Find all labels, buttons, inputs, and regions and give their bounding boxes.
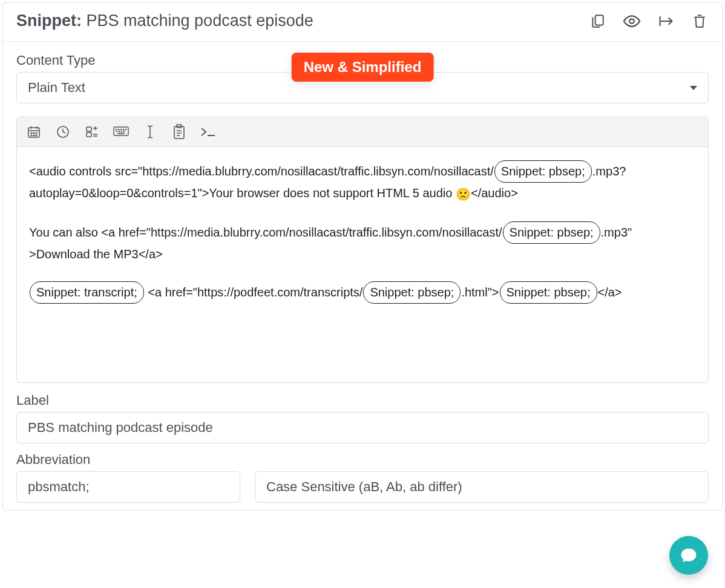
editor-line-3: Snippet: transcript; <a href="https://po… [29, 281, 696, 304]
snippet-pill-transcript[interactable]: Snippet: transcript; [30, 281, 144, 304]
snippet-pill-pbsep[interactable]: Snippet: pbsep; [503, 221, 600, 244]
label-field-label: Label [16, 393, 709, 408]
svg-point-5 [36, 132, 37, 134]
svg-point-15 [120, 129, 121, 129]
eye-icon[interactable] [623, 12, 641, 30]
editor-toolbar [16, 117, 709, 147]
svg-point-20 [121, 131, 122, 131]
svg-point-6 [31, 135, 32, 136]
title-prefix: Snippet: [16, 11, 82, 30]
svg-point-13 [116, 129, 116, 129]
case-sensitivity-value: Case Sensitive (aB, Ab, ab differ) [266, 479, 462, 495]
insert-cursor-icon[interactable] [142, 123, 159, 140]
insert-key-icon[interactable] [113, 123, 130, 140]
abbreviation-label: Abbreviation [16, 452, 240, 468]
abbreviation-input[interactable]: pbsmatch; [16, 471, 240, 503]
header-actions [589, 12, 709, 30]
duplicate-icon[interactable] [589, 12, 607, 30]
insert-time-icon[interactable] [54, 123, 71, 140]
svg-rect-0 [595, 15, 603, 25]
snippet-editor-panel: Snippet: PBS matching podcast episode [2, 2, 723, 511]
svg-point-14 [118, 129, 119, 129]
content-type-value: Plain Text [28, 80, 85, 96]
svg-point-19 [119, 131, 119, 131]
case-sensitivity-select[interactable]: Case Sensitive (aB, Ab, ab differ) [255, 471, 709, 503]
svg-point-18 [116, 131, 117, 131]
label-input-value: PBS matching podcast episode [28, 420, 213, 436]
abbreviation-value: pbsmatch; [28, 479, 90, 495]
svg-point-4 [33, 132, 34, 134]
svg-rect-23 [174, 126, 184, 139]
svg-rect-11 [87, 132, 91, 137]
insert-datemath-icon[interactable] [84, 123, 100, 140]
trash-icon[interactable] [691, 12, 709, 30]
editor-line-2: You can also <a href="https://media.blub… [29, 221, 696, 264]
move-icon[interactable] [657, 12, 675, 30]
svg-rect-22 [117, 133, 125, 134]
snippet-content-editor[interactable]: <audio controls src="https://media.blubr… [16, 147, 709, 383]
panel-header: Snippet: PBS matching podcast episode [3, 3, 722, 42]
panel-title: Snippet: PBS matching podcast episode [16, 11, 313, 30]
snippet-pill-pbsep[interactable]: Snippet: pbsep; [500, 281, 597, 304]
svg-point-17 [125, 129, 126, 129]
svg-point-1 [629, 19, 634, 24]
insert-clipboard-icon[interactable] [171, 123, 188, 140]
chevron-down-icon [690, 86, 697, 90]
svg-point-7 [33, 135, 34, 136]
svg-point-8 [36, 135, 37, 136]
svg-point-16 [123, 129, 123, 129]
svg-rect-10 [87, 127, 91, 131]
snippet-pill-pbsep[interactable]: Snippet: pbsep; [494, 160, 592, 183]
insert-script-icon[interactable] [200, 123, 217, 140]
title-name: PBS matching podcast episode [87, 11, 313, 30]
snippet-pill-pbsep[interactable]: Snippet: pbsep; [363, 281, 461, 304]
svg-point-21 [123, 131, 124, 131]
insert-date-icon[interactable] [25, 123, 42, 140]
new-simplified-badge: New & Simplified [292, 53, 434, 82]
editor-line-1: <audio controls src="https://media.blubr… [29, 160, 696, 204]
sad-face-emoji: 🙁 [456, 188, 471, 201]
panel-body: New & Simplified Content Type Plain Text [3, 42, 722, 510]
svg-point-3 [31, 132, 32, 134]
label-input[interactable]: PBS matching podcast episode [16, 412, 709, 443]
